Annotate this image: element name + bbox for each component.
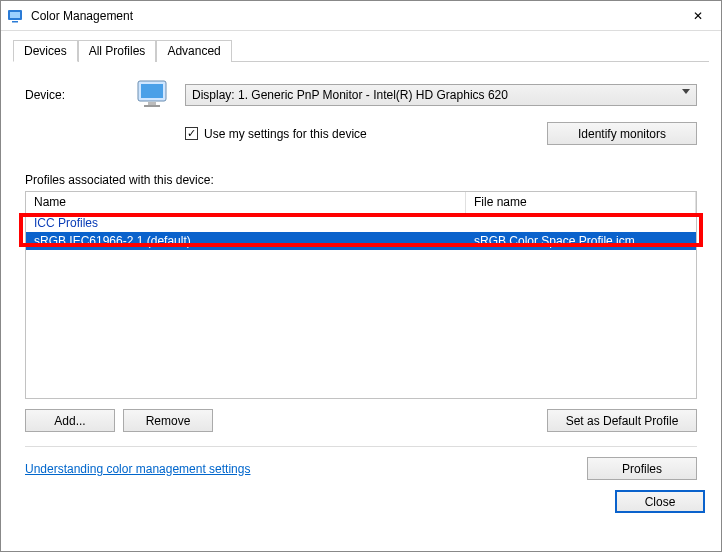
svg-rect-1 xyxy=(10,12,20,18)
row-name: sRGB IEC61966-2.1 (default) xyxy=(26,234,466,248)
row-file: sRGB Color Space Profile.icm xyxy=(466,234,696,248)
identify-monitors-button[interactable]: Identify monitors xyxy=(547,122,697,145)
profiles-button[interactable]: Profiles xyxy=(587,457,697,480)
chevron-down-icon xyxy=(682,89,690,94)
titlebar: Color Management ✕ xyxy=(1,1,721,31)
set-default-button[interactable]: Set as Default Profile xyxy=(547,409,697,432)
remove-button[interactable]: Remove xyxy=(123,409,213,432)
close-icon: ✕ xyxy=(693,9,703,23)
profiles-table[interactable]: Name File name ICC Profiles sRGB IEC6196… xyxy=(25,191,697,399)
group-label: ICC Profiles xyxy=(26,216,466,230)
table-group-row[interactable]: ICC Profiles xyxy=(26,214,696,232)
tabstrip: Devices All Profiles Advanced xyxy=(1,31,721,61)
bottom-bar: Close xyxy=(1,480,721,523)
tab-panel-devices: Device: Display: 1. Generic PnP Monitor … xyxy=(13,61,709,480)
tab-devices[interactable]: Devices xyxy=(13,40,78,62)
use-settings-label: Use my settings for this device xyxy=(204,127,367,141)
help-link[interactable]: Understanding color management settings xyxy=(25,462,250,476)
add-button[interactable]: Add... xyxy=(25,409,115,432)
tab-all-profiles[interactable]: All Profiles xyxy=(78,40,157,62)
table-body: ICC Profiles sRGB IEC61966-2.1 (default)… xyxy=(26,214,696,250)
monitor-icon xyxy=(135,78,173,112)
svg-rect-6 xyxy=(144,105,160,107)
use-settings-checkbox[interactable]: ✓ xyxy=(185,127,198,140)
table-row[interactable]: sRGB IEC61966-2.1 (default) sRGB Color S… xyxy=(26,232,696,250)
device-label: Device: xyxy=(25,88,135,102)
profiles-label: Profiles associated with this device: xyxy=(25,173,697,187)
device-select-value: Display: 1. Generic PnP Monitor - Intel(… xyxy=(192,88,508,102)
footer-row: Understanding color management settings … xyxy=(25,457,697,480)
dialog-close-button[interactable]: Close xyxy=(615,490,705,513)
col-name[interactable]: Name xyxy=(26,192,466,213)
use-settings-row: ✓ Use my settings for this device Identi… xyxy=(185,122,697,145)
device-row: Device: Display: 1. Generic PnP Monitor … xyxy=(25,78,697,112)
tab-advanced[interactable]: Advanced xyxy=(156,40,231,62)
separator xyxy=(25,446,697,447)
device-select[interactable]: Display: 1. Generic PnP Monitor - Intel(… xyxy=(185,84,697,106)
window-title: Color Management xyxy=(31,9,675,23)
svg-rect-5 xyxy=(148,102,156,105)
profiles-list-container: Name File name ICC Profiles sRGB IEC6196… xyxy=(25,191,697,399)
svg-rect-4 xyxy=(141,84,163,98)
profile-actions: Add... Remove Set as Default Profile xyxy=(25,409,697,432)
close-button[interactable]: ✕ xyxy=(675,1,721,31)
col-file[interactable]: File name xyxy=(466,192,696,213)
table-header: Name File name xyxy=(26,192,696,214)
svg-rect-2 xyxy=(12,21,18,23)
app-icon xyxy=(7,8,23,24)
